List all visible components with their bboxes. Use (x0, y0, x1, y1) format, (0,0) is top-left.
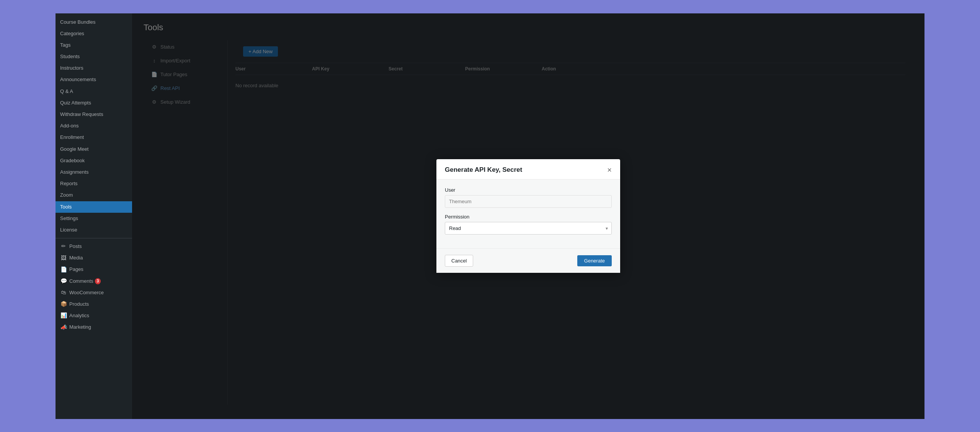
sidebar-item-withdraw-requests[interactable]: Withdraw Requests (56, 109, 132, 120)
analytics-icon: 📊 (60, 312, 67, 319)
comments-badge: 3 (95, 278, 101, 284)
sidebar-item-google-meet[interactable]: Google Meet (56, 143, 132, 155)
modal-header: Generate API Key, Secret × (436, 159, 620, 179)
sidebar-item-zoom[interactable]: Zoom (56, 189, 132, 201)
comments-icon: 💬 (60, 278, 67, 285)
modal-footer: Cancel Generate (436, 248, 620, 273)
products-icon: 📦 (60, 301, 67, 308)
sidebar-item-posts[interactable]: ✏ Posts (56, 241, 132, 252)
modal-body: User Permission Read Write Read/Write ▾ (436, 179, 620, 248)
woocommerce-icon: 🛍 (60, 289, 67, 296)
permission-select-wrapper: Read Write Read/Write ▾ (445, 222, 612, 235)
generate-button[interactable]: Generate (577, 255, 612, 266)
sidebar-item-pages[interactable]: 📄 Pages (56, 264, 132, 275)
media-icon: 🖼 (60, 254, 67, 261)
sidebar-item-settings[interactable]: Settings (56, 213, 132, 224)
divider (56, 238, 132, 238)
modal-generate-api: Generate API Key, Secret × User Permissi… (436, 159, 620, 273)
sidebar-item-students[interactable]: Students (56, 51, 132, 62)
pages-icon: 📄 (60, 266, 67, 273)
main-content: Tools ⚙ Status ↕ Import/Export 📄 Tutor P… (132, 13, 924, 419)
sidebar: Course Bundles Categories Tags Students … (56, 13, 132, 419)
sidebar-item-add-ons[interactable]: Add-ons (56, 120, 132, 132)
permission-field: Permission Read Write Read/Write ▾ (445, 214, 612, 235)
sidebar-item-gradebook[interactable]: Gradebook (56, 155, 132, 166)
sidebar-item-media[interactable]: 🖼 Media (56, 252, 132, 264)
sidebar-item-products[interactable]: 📦 Products (56, 298, 132, 310)
modal-overlay: Generate API Key, Secret × User Permissi… (132, 13, 924, 419)
cancel-button[interactable]: Cancel (445, 255, 473, 267)
sidebar-item-woocommerce[interactable]: 🛍 WooCommerce (56, 287, 132, 298)
sidebar-item-analytics[interactable]: 📊 Analytics (56, 310, 132, 321)
marketing-icon: 📣 (60, 324, 67, 331)
user-label: User (445, 187, 612, 193)
permission-label: Permission (445, 214, 612, 220)
sidebar-item-license[interactable]: License (56, 224, 132, 236)
permission-select[interactable]: Read Write Read/Write (445, 222, 612, 235)
sidebar-item-enrollment[interactable]: Enrollment (56, 132, 132, 143)
sidebar-item-course-bundles[interactable]: Course Bundles (56, 16, 132, 28)
sidebar-item-qa[interactable]: Q & A (56, 86, 132, 97)
modal-title: Generate API Key, Secret (445, 166, 522, 174)
sidebar-item-announcements[interactable]: Announcements (56, 74, 132, 85)
sidebar-item-instructors[interactable]: Instructors (56, 62, 132, 74)
sidebar-item-marketing[interactable]: 📣 Marketing (56, 321, 132, 333)
sidebar-item-comments[interactable]: 💬 Comments 3 (56, 276, 132, 287)
sidebar-item-tags[interactable]: Tags (56, 39, 132, 51)
posts-icon: ✏ (60, 243, 67, 250)
sidebar-item-categories[interactable]: Categories (56, 28, 132, 39)
modal-close-button[interactable]: × (607, 166, 612, 174)
user-input[interactable] (445, 195, 612, 208)
sidebar-item-quiz-attempts[interactable]: Quiz Attempts (56, 97, 132, 109)
sidebar-item-tools[interactable]: Tools (56, 201, 132, 213)
sidebar-item-assignments[interactable]: Assignments (56, 166, 132, 178)
user-field: User (445, 187, 612, 208)
sidebar-item-reports[interactable]: Reports (56, 178, 132, 189)
